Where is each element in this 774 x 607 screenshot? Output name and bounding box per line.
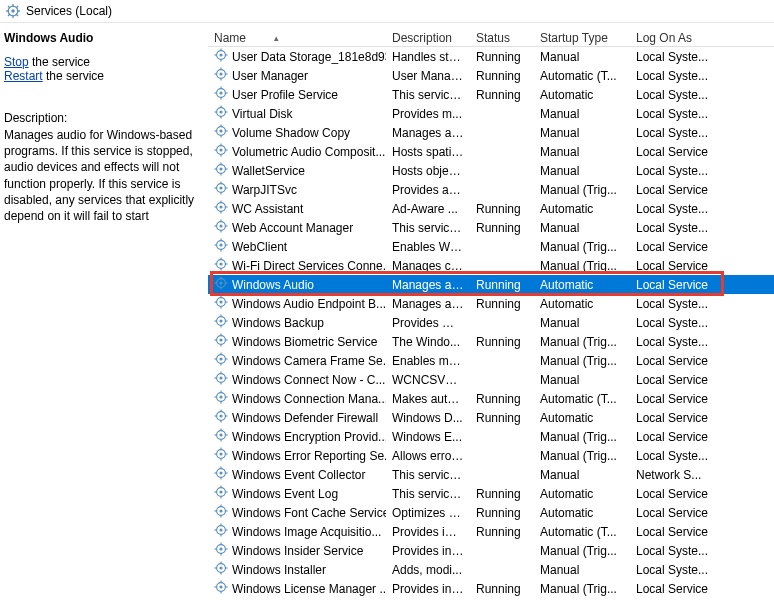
service-row[interactable]: Volumetric Audio Composit...Hosts spatia… — [208, 142, 774, 161]
service-name: WalletService — [232, 164, 305, 178]
cell-description: This service ... — [386, 221, 470, 235]
svg-point-71 — [219, 243, 222, 246]
cell-name: Windows Event Collector — [208, 466, 386, 483]
cell-log-on-as: Local Syste... — [630, 164, 720, 178]
cell-status: Running — [470, 50, 534, 64]
service-row[interactable]: Windows Insider ServiceProvides inf...Ma… — [208, 541, 774, 560]
service-name: Windows Camera Frame Se... — [232, 354, 386, 368]
svg-point-161 — [219, 528, 222, 531]
service-name: Virtual Disk — [232, 107, 292, 121]
restart-suffix: the service — [43, 69, 104, 83]
service-name: Volume Shadow Copy — [232, 126, 350, 140]
gear-icon — [214, 238, 228, 255]
gear-icon — [214, 105, 228, 122]
cell-startup-type: Manual (Trig... — [534, 335, 630, 349]
service-row[interactable]: WarpJITSvcProvides a JI...Manual (Trig..… — [208, 180, 774, 199]
cell-status: Running — [470, 278, 534, 292]
service-row[interactable]: WalletServiceHosts objec...ManualLocal S… — [208, 161, 774, 180]
cell-description: Provides inf... — [386, 582, 470, 596]
column-header-description[interactable]: Description — [386, 29, 470, 47]
service-name: Windows Installer — [232, 563, 326, 577]
svg-point-143 — [219, 471, 222, 474]
column-header-name[interactable]: Name▴ — [208, 29, 386, 47]
cell-log-on-as: Local Service — [630, 430, 720, 444]
cell-description: This service ... — [386, 468, 470, 482]
cell-startup-type: Manual (Trig... — [534, 544, 630, 558]
service-row[interactable]: Windows Font Cache ServiceOptimizes p...… — [208, 503, 774, 522]
service-row[interactable]: Windows Event CollectorThis service ...M… — [208, 465, 774, 484]
sort-ascending-icon: ▴ — [274, 33, 279, 43]
service-row[interactable]: Windows Defender FirewallWindows D...Run… — [208, 408, 774, 427]
cell-log-on-as: Local Service — [630, 183, 720, 197]
service-row[interactable]: Windows Encryption Provid...Windows E...… — [208, 427, 774, 446]
cell-name: Virtual Disk — [208, 105, 386, 122]
service-row[interactable]: Windows Connection Mana...Makes auto...R… — [208, 389, 774, 408]
cell-startup-type: Automatic — [534, 411, 630, 425]
cell-status: Running — [470, 506, 534, 520]
service-row[interactable]: Windows Event LogThis service ...Running… — [208, 484, 774, 503]
gear-icon — [214, 48, 228, 65]
service-name: Windows Connection Mana... — [232, 392, 386, 406]
service-row[interactable]: User Profile ServiceThis service ...Runn… — [208, 85, 774, 104]
column-header-status[interactable]: Status — [470, 29, 534, 47]
cell-name: Windows Image Acquisitio... — [208, 523, 386, 540]
cell-description: Manages co... — [386, 259, 470, 273]
svg-point-89 — [219, 300, 222, 303]
service-row[interactable]: Windows License Manager ...Provides inf.… — [208, 579, 774, 598]
cell-log-on-as: Local Syste... — [630, 221, 720, 235]
service-row[interactable]: Web Account ManagerThis service ...Runni… — [208, 218, 774, 237]
service-row[interactable]: User Data Storage_181e8d93Handles sto...… — [208, 47, 774, 66]
service-row[interactable]: Virtual DiskProvides m...ManualLocal Sys… — [208, 104, 774, 123]
cell-log-on-as: Local Syste... — [630, 563, 720, 577]
service-row[interactable]: WC AssistantAd-Aware ...RunningAutomatic… — [208, 199, 774, 218]
stop-service-link[interactable]: Stop — [4, 55, 29, 69]
service-name: User Data Storage_181e8d93 — [232, 50, 386, 64]
svg-point-35 — [219, 129, 222, 132]
cell-status: Running — [470, 392, 534, 406]
cell-log-on-as: Local Service — [630, 240, 720, 254]
service-row[interactable]: Windows AudioManages au...RunningAutomat… — [208, 275, 774, 294]
cell-description: Optimizes p... — [386, 506, 470, 520]
svg-point-131 — [219, 433, 222, 436]
svg-point-59 — [219, 205, 222, 208]
cell-startup-type: Manual (Trig... — [534, 240, 630, 254]
cell-name: Windows Event Log — [208, 485, 386, 502]
cell-description: Manages an... — [386, 126, 470, 140]
gear-icon — [214, 314, 228, 331]
service-row[interactable]: Windows Audio Endpoint B...Manages au...… — [208, 294, 774, 313]
gear-icon — [214, 580, 228, 597]
svg-point-107 — [219, 357, 222, 360]
svg-point-29 — [219, 110, 222, 113]
gear-icon — [214, 67, 228, 84]
service-row[interactable]: WebClientEnables Win...Manual (Trig...Lo… — [208, 237, 774, 256]
svg-line-9 — [16, 6, 18, 8]
service-name: Volumetric Audio Composit... — [232, 145, 385, 159]
gear-icon — [214, 352, 228, 369]
service-row[interactable]: Windows Biometric ServiceThe Windo...Run… — [208, 332, 774, 351]
cell-name: WalletService — [208, 162, 386, 179]
service-row[interactable]: Windows Image Acquisitio...Provides im..… — [208, 522, 774, 541]
service-row[interactable]: Windows InstallerAdds, modi...ManualLoca… — [208, 560, 774, 579]
cell-description: Windows E... — [386, 430, 470, 444]
cell-startup-type: Manual — [534, 563, 630, 577]
gear-icon — [214, 257, 228, 274]
service-row[interactable]: Volume Shadow CopyManages an...ManualLoc… — [208, 123, 774, 142]
svg-point-155 — [219, 509, 222, 512]
service-row[interactable]: Windows Camera Frame Se...Enables mul...… — [208, 351, 774, 370]
cell-description: Makes auto... — [386, 392, 470, 406]
gear-icon — [214, 485, 228, 502]
cell-name: Windows Biometric Service — [208, 333, 386, 350]
cell-name: WebClient — [208, 238, 386, 255]
svg-point-83 — [219, 281, 222, 284]
service-row[interactable]: Windows Error Reporting Se...Allows erro… — [208, 446, 774, 465]
service-row[interactable]: Wi-Fi Direct Services Conne...Manages co… — [208, 256, 774, 275]
cell-startup-type: Automatic — [534, 278, 630, 292]
service-row[interactable]: User ManagerUser Manag...RunningAutomati… — [208, 66, 774, 85]
gear-icon — [214, 428, 228, 445]
service-row[interactable]: Windows BackupProvides Wi...ManualLocal … — [208, 313, 774, 332]
service-row[interactable]: Windows Connect Now - C...WCNCSVC ...Man… — [208, 370, 774, 389]
column-header-startup-type[interactable]: Startup Type — [534, 29, 630, 47]
column-header-log-on-as[interactable]: Log On As — [630, 29, 720, 47]
gear-icon — [214, 143, 228, 160]
restart-service-link[interactable]: Restart — [4, 69, 43, 83]
